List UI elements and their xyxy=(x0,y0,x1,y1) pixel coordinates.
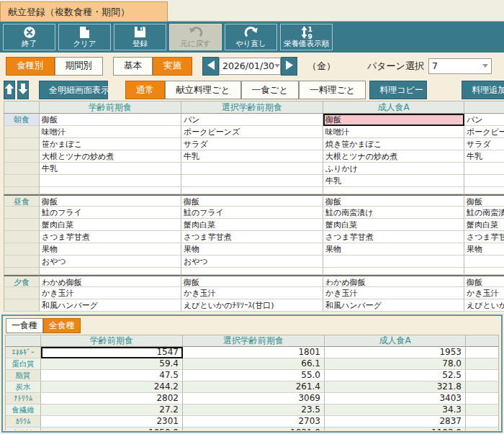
prev-date-button[interactable] xyxy=(202,57,219,76)
menu-cell[interactable]: おやつ xyxy=(181,256,323,268)
meal-label[interactable] xyxy=(4,126,40,138)
menu-cell[interactable]: わかめ御飯 xyxy=(323,275,464,287)
menu-cell[interactable]: 御飯 xyxy=(464,194,504,207)
meal-label[interactable] xyxy=(4,219,40,231)
nutrition-value-cell[interactable]: 1953 xyxy=(325,347,466,358)
menu-cell[interactable]: 御飯 xyxy=(181,194,323,207)
menu-cell[interactable] xyxy=(464,268,504,275)
nutrition-value-cell[interactable]: 47.5 xyxy=(41,370,183,381)
meal-label[interactable] xyxy=(4,268,40,275)
nutrition-value-cell[interactable] xyxy=(466,393,499,404)
menu-cell[interactable]: 蟹肉白菜 xyxy=(464,219,504,231)
nutrition-value-cell[interactable]: 244.2 xyxy=(41,381,183,393)
undo-button[interactable]: 元に戻す xyxy=(169,24,222,50)
menu-cell[interactable] xyxy=(40,175,181,187)
tab-basic[interactable]: 基本 xyxy=(113,57,153,76)
menu-cell[interactable]: 蟹肉白菜 xyxy=(323,219,464,231)
menu-cell[interactable]: さつま芋甘煮 xyxy=(40,231,181,243)
nutrition-value-cell[interactable]: 66.1 xyxy=(183,358,325,370)
nutrition-value-cell[interactable] xyxy=(466,347,499,358)
menu-cell[interactable]: 蟹肉白菜 xyxy=(40,219,181,231)
nutrition-value-cell[interactable] xyxy=(466,428,499,430)
meal-label[interactable] xyxy=(4,243,40,256)
nutrition-value-cell[interactable]: 1031.0 xyxy=(183,428,325,430)
nutrition-value-cell[interactable]: 34.3 xyxy=(325,404,466,416)
menu-cell[interactable]: 味噌汁 xyxy=(323,126,464,138)
menu-cell[interactable] xyxy=(464,256,504,268)
meal-label[interactable] xyxy=(4,150,40,163)
menu-cell[interactable]: わかめ御飯 xyxy=(40,275,181,287)
menu-cell[interactable]: 御飯 xyxy=(323,114,464,126)
meal-label[interactable] xyxy=(4,256,40,268)
nutrition-value-cell[interactable]: 1103.0 xyxy=(325,428,466,430)
menu-cell[interactable]: えびといか xyxy=(464,299,504,312)
menu-cell[interactable]: 牛乳 xyxy=(40,163,181,175)
menu-cell[interactable]: かき玉汁 xyxy=(40,287,181,299)
menu-cell[interactable]: ふりかけ xyxy=(323,163,464,175)
move-up-button[interactable] xyxy=(4,81,15,99)
menu-cell[interactable]: かき玉汁 xyxy=(181,287,323,299)
menu-cell[interactable]: 御飯 xyxy=(40,114,181,126)
menu-cell[interactable] xyxy=(181,163,323,175)
menu-cell[interactable]: 焼き笹かまぼこ xyxy=(323,138,464,150)
meal-label[interactable] xyxy=(4,231,40,243)
nutrition-value-cell[interactable]: 1547 xyxy=(41,347,183,358)
menu-cell[interactable]: 蟹肉白菜 xyxy=(181,219,323,231)
nutrition-value-cell[interactable]: 2703 xyxy=(183,416,325,428)
nutrition-value-cell[interactable]: 2301 xyxy=(41,416,183,428)
nutrition-value-cell[interactable]: 78.0 xyxy=(325,358,466,370)
exit-button[interactable]: 終了 xyxy=(3,24,55,50)
menu-cell[interactable]: 御飯 xyxy=(181,275,323,287)
menu-cell[interactable]: パン xyxy=(464,114,504,126)
menu-cell[interactable] xyxy=(40,268,181,275)
nutrition-value-cell[interactable]: 1801 xyxy=(183,347,325,358)
tab-by-food-type[interactable]: 食種別 xyxy=(6,57,55,76)
menu-cell[interactable]: 大根とツナの炒め煮 xyxy=(323,150,464,163)
tab-by-period[interactable]: 期間別 xyxy=(55,57,104,76)
meal-label[interactable]: 夕食 xyxy=(4,275,40,287)
menu-cell[interactable]: 御飯 xyxy=(323,194,464,207)
meal-label[interactable] xyxy=(4,299,40,312)
menu-cell[interactable]: サラダ xyxy=(464,138,504,150)
nutrition-value-cell[interactable] xyxy=(466,416,499,428)
nutrition-value-cell[interactable]: 23.5 xyxy=(183,404,325,416)
nutrition-order-button[interactable]: 19栄養価表示順 xyxy=(280,24,333,50)
menu-cell[interactable]: 果物 xyxy=(40,243,181,256)
date-select[interactable]: 2026/01/30 xyxy=(219,58,281,75)
menu-cell[interactable] xyxy=(464,187,504,194)
menu-cell[interactable]: 鮭の南蛮漬け xyxy=(323,207,464,219)
menu-cell[interactable] xyxy=(181,268,323,275)
menu-cell[interactable]: 御飯 xyxy=(464,275,504,287)
menu-cell[interactable]: えびといかのﾁﾘｿｰｽ(甘口) xyxy=(181,299,323,312)
nutrition-value-cell[interactable] xyxy=(466,358,499,370)
tab-normal[interactable]: 通常 xyxy=(125,81,165,99)
menu-cell[interactable]: 味噌汁 xyxy=(40,126,181,138)
meal-label[interactable] xyxy=(4,175,40,187)
menu-cell[interactable]: 牛乳 xyxy=(181,150,323,163)
menu-cell[interactable]: 鮭のフライ xyxy=(181,207,323,219)
tab-per-meal[interactable]: 一食ごと xyxy=(241,81,300,99)
nutrition-value-cell[interactable]: 2802 xyxy=(41,393,183,404)
menu-cell[interactable]: パン xyxy=(181,114,323,126)
meal-label[interactable] xyxy=(4,138,40,150)
menu-cell[interactable]: 牛乳 xyxy=(323,175,464,187)
meal-label[interactable] xyxy=(4,187,40,194)
meal-label[interactable]: 昼食 xyxy=(4,194,40,207)
menu-cell[interactable]: ポークビー xyxy=(464,126,504,138)
menu-cell[interactable] xyxy=(323,268,464,275)
menu-cell[interactable]: 果物 xyxy=(464,243,504,256)
nutrition-value-cell[interactable]: 321.8 xyxy=(325,381,466,393)
tab-per-menu-dish[interactable]: 献立料理ごと xyxy=(165,81,241,99)
nutrition-value-cell[interactable]: 261.4 xyxy=(183,381,325,393)
nutrition-value-cell[interactable]: 55.0 xyxy=(183,370,325,381)
menu-cell[interactable]: ポークビーンズ xyxy=(181,126,323,138)
menu-cell[interactable]: 果物 xyxy=(181,243,323,256)
meal-label[interactable] xyxy=(4,163,40,175)
menu-cell[interactable] xyxy=(323,187,464,194)
menu-cell[interactable]: 和風ハンバーグ xyxy=(323,299,464,312)
meal-label[interactable] xyxy=(4,207,40,219)
nutrition-value-cell[interactable] xyxy=(466,370,499,381)
nutrition-value-cell[interactable]: 1050.0 xyxy=(41,428,183,430)
redo-button[interactable]: やり直し xyxy=(225,24,277,50)
nutrition-value-cell[interactable]: 3403 xyxy=(325,393,466,404)
